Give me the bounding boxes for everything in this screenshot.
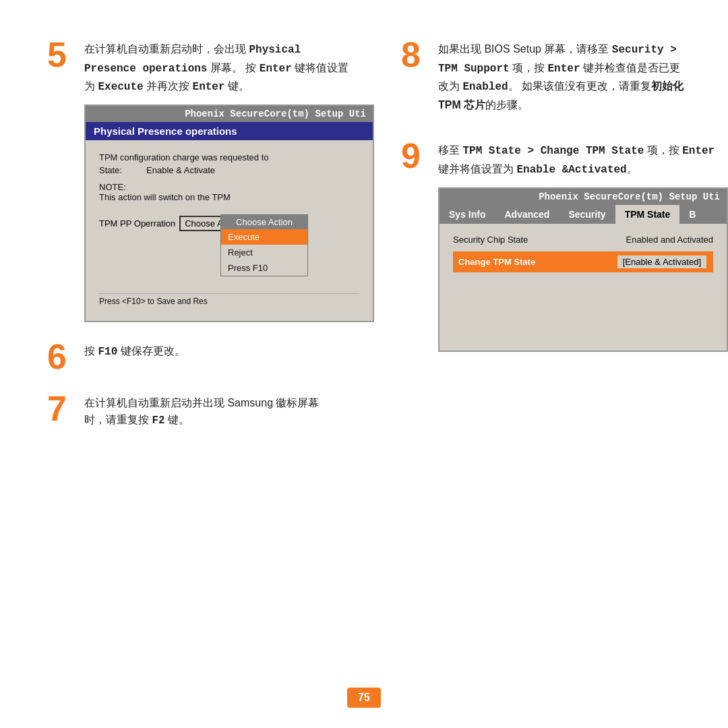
step9-tpmstate: TPM State > Change TPM State bbox=[462, 145, 644, 157]
step9-prefix1: 移至 bbox=[438, 144, 462, 156]
choose-a-label: Choose A bbox=[185, 218, 222, 229]
step-7-content: 在计算机自动重新启动并出现 Samsung 徽标屏幕 时，请重复按 F2 键。 bbox=[84, 394, 374, 438]
step8-enter: Enter bbox=[548, 63, 580, 75]
step-8-number: 8 bbox=[401, 37, 438, 121]
step5-keyword2: Presence operations bbox=[84, 63, 207, 75]
bios-titlebar-2: Phoenix SecureCore(tm) Setup Uti bbox=[439, 189, 727, 205]
step-8: 8 如果出现 BIOS Setup 屏幕，请移至 Security > TPM … bbox=[401, 40, 728, 121]
step5-text2: 屏幕。 按 bbox=[207, 62, 259, 73]
step8-text5: 。 如果该值没有更改，请重复 bbox=[508, 80, 651, 92]
dropdown-menu: Choose Action Execute Reject Press F10 bbox=[220, 214, 308, 276]
step5-text3: 键将值设置 bbox=[292, 62, 348, 73]
step-6-content: 按 F10 键保存更改。 bbox=[84, 342, 374, 374]
step-8-text: 如果出现 BIOS Setup 屏幕，请移至 Security > TPM Su… bbox=[438, 40, 728, 113]
step-7-text: 在计算机自动重新启动并出现 Samsung 徽标屏幕 时，请重复按 F2 键。 bbox=[84, 394, 374, 430]
bios-panel2-body: Security Chip State Enabled and Activate… bbox=[439, 224, 727, 351]
bios-state-label: State: bbox=[99, 165, 122, 175]
bios-navbar: Sys Info Advanced Security TPM State B bbox=[439, 205, 727, 224]
bios-tab-tpmstate[interactable]: TPM State bbox=[615, 205, 680, 224]
step6-suffix: 键保存更改。 bbox=[117, 345, 185, 357]
step-7: 7 在计算机自动重新启动并出现 Samsung 徽标屏幕 时，请重复按 F2 键… bbox=[47, 394, 374, 438]
bios-chip-state-label: Security Chip State bbox=[453, 235, 528, 245]
step8-tpm-support: TPM Support bbox=[438, 63, 510, 75]
step5-keyword3: Enter bbox=[260, 63, 292, 75]
step6-prefix: 按 bbox=[84, 345, 98, 357]
step5-keyword4: Execute bbox=[98, 81, 143, 93]
dropdown-header: Choose Action bbox=[221, 215, 307, 229]
bios-change-tpm-value: [Enable & Activated] bbox=[616, 254, 708, 270]
step5-text4: 为 bbox=[84, 80, 98, 92]
bios-footer: Press <F10> to Save and Res bbox=[99, 293, 359, 309]
dropdown-item-pressf10[interactable]: Press F10 bbox=[221, 260, 307, 276]
step6-f10: F10 bbox=[98, 346, 117, 358]
step8-text2: 项，按 bbox=[510, 62, 548, 73]
step-6-text: 按 F10 键保存更改。 bbox=[84, 342, 374, 361]
step9-mid1: 项，按 bbox=[644, 144, 682, 156]
page-container: 5 在计算机自动重新启动时，会出现 Physical Presence oper… bbox=[0, 0, 728, 728]
tpm-pp-label: TPM PP Operration bbox=[99, 218, 175, 229]
bios-note-text: This action will switch on the TPM bbox=[99, 192, 359, 202]
bios-panel-1: Phoenix SecureCore(tm) Setup Uti Physica… bbox=[84, 104, 374, 322]
bios-tab-security[interactable]: Security bbox=[559, 205, 615, 224]
step9-suffix2: 。 bbox=[627, 163, 638, 175]
step5-keyword5: Enter bbox=[193, 81, 225, 93]
bios-subtitle-1: Physical Presence operations bbox=[86, 122, 373, 140]
bios-titlebar-1: Phoenix SecureCore(tm) Setup Uti bbox=[86, 106, 373, 122]
step-9: 9 移至 TPM State > Change TPM State 项，按 En… bbox=[401, 142, 728, 351]
step8-security: Security > bbox=[612, 44, 677, 56]
step7-line1: 在计算机自动重新启动并出现 Samsung 徽标屏幕 bbox=[84, 397, 319, 408]
step-9-number: 9 bbox=[401, 138, 438, 351]
step5-text6: 键。 bbox=[225, 80, 249, 92]
step8-enabled: Enabled bbox=[462, 81, 508, 93]
step-5-text: 在计算机自动重新启动时，会出现 Physical Presence operat… bbox=[84, 40, 374, 96]
step8-bold2: TPM 芯片 bbox=[438, 99, 485, 111]
step-8-content: 如果出现 BIOS Setup 屏幕，请移至 Security > TPM Su… bbox=[438, 40, 728, 121]
bios-tab-b[interactable]: B bbox=[679, 205, 705, 224]
bios-tab-sysinfo[interactable]: Sys Info bbox=[439, 205, 495, 224]
step-5-content: 在计算机自动重新启动时，会出现 Physical Presence operat… bbox=[84, 40, 374, 322]
bios-panel-2: Phoenix SecureCore(tm) Setup Uti Sys Inf… bbox=[438, 187, 728, 352]
step9-enter: Enter bbox=[682, 145, 715, 157]
page-number: 75 bbox=[347, 688, 381, 708]
step-5: 5 在计算机自动重新启动时，会出现 Physical Presence oper… bbox=[47, 40, 374, 322]
step5-text1: 在计算机自动重新启动时，会出现 bbox=[84, 43, 249, 55]
step-6: 6 按 F10 键保存更改。 bbox=[47, 342, 374, 374]
step9-prefix2: 键并将值设置为 bbox=[438, 163, 516, 175]
dropdown-item-reject[interactable]: Reject bbox=[221, 245, 307, 260]
bios-row-change-tpm[interactable]: Change TPM State [Enable & Activated] bbox=[453, 251, 713, 272]
step8-bold1: 初始化 bbox=[651, 80, 684, 92]
bios-state-value: Enable & Activate bbox=[146, 165, 215, 175]
step-9-content: 移至 TPM State > Change TPM State 项，按 Ente… bbox=[438, 142, 728, 351]
step7-suffix: 键。 bbox=[165, 414, 189, 425]
step5-text5: 并再次按 bbox=[144, 80, 193, 92]
step7-prefix: 时，请重复按 bbox=[84, 414, 152, 425]
dropdown-item-execute[interactable]: Execute bbox=[221, 229, 307, 245]
bios-row-chip-state: Security Chip State Enabled and Activate… bbox=[453, 235, 713, 245]
step-6-number: 6 bbox=[47, 339, 84, 374]
step8-text1: 如果出现 BIOS Setup 屏幕，请移至 bbox=[438, 43, 612, 55]
bios-body-1: TPM configuration charge was requested t… bbox=[86, 140, 373, 321]
bios-note-label: NOTE: bbox=[99, 182, 359, 192]
two-column-layout: 5 在计算机自动重新启动时，会出现 Physical Presence oper… bbox=[47, 40, 681, 458]
bios-change-tpm-label: Change TPM State bbox=[458, 257, 535, 267]
bios-config-text: TPM configuration charge was requested t… bbox=[99, 152, 359, 162]
step8-text6: 的步骤。 bbox=[485, 99, 528, 111]
step9-activated: Enable &Activated bbox=[516, 164, 626, 176]
right-column: 8 如果出现 BIOS Setup 屏幕，请移至 Security > TPM … bbox=[401, 40, 728, 458]
step-9-text: 移至 TPM State > Change TPM State 项，按 Ente… bbox=[438, 142, 728, 179]
step-7-number: 7 bbox=[47, 391, 84, 438]
step5-keyword1: Physical bbox=[249, 44, 301, 56]
step-5-number: 5 bbox=[47, 37, 84, 322]
bios-tab-advanced[interactable]: Advanced bbox=[495, 205, 559, 224]
left-column: 5 在计算机自动重新启动时，会出现 Physical Presence oper… bbox=[47, 40, 374, 458]
bios-note: NOTE: This action will switch on the TPM bbox=[99, 182, 359, 202]
bios-state-row: State: Enable & Activate bbox=[99, 165, 359, 175]
step7-f2: F2 bbox=[152, 415, 164, 427]
bios-chip-state-value: Enabled and Activated bbox=[626, 235, 713, 245]
step8-text4: 改为 bbox=[438, 80, 462, 92]
step8-text3: 键并检查值是否已更 bbox=[580, 62, 680, 73]
